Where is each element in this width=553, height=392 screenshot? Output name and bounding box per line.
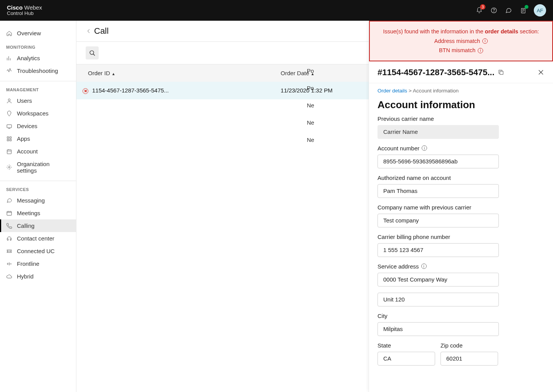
close-icon[interactable] [537, 69, 545, 76]
topbar-actions: 3 AF [475, 4, 546, 16]
state-select[interactable]: CA [377, 352, 435, 366]
info-icon[interactable]: i [478, 48, 483, 53]
svg-rect-11 [7, 211, 12, 215]
panel-heading: Account information [377, 99, 545, 111]
svg-point-10 [8, 166, 10, 168]
back-icon[interactable] [86, 28, 92, 34]
label-btn: Carrier billing phone number [377, 234, 545, 240]
cell-order-id: 1154-4567-1287-3565-5475... [92, 87, 169, 94]
brand-sub: Control Hub [7, 11, 42, 16]
sidebar-item-label: Organization settings [17, 161, 70, 174]
avatar[interactable]: AF [534, 4, 546, 16]
sidebar-item-label: Workspaces [17, 110, 48, 117]
sidebar-item-messaging[interactable]: Messaging [0, 194, 76, 207]
auth-name-field[interactable] [377, 184, 499, 198]
svg-rect-4 [7, 125, 12, 128]
sidebar-item-label: Hybrid [17, 273, 33, 280]
error-alert: Issue(s) found with the information in t… [369, 21, 553, 61]
sidebar-item-analytics[interactable]: Analytics [0, 52, 76, 64]
label-state: State [377, 342, 435, 349]
sidebar-item-overview[interactable]: Overview [0, 27, 76, 40]
sidebar-item-meetings[interactable]: Meetings [0, 207, 76, 219]
svc-addr-field[interactable] [377, 273, 499, 287]
svg-rect-13 [500, 71, 503, 75]
help-icon[interactable] [490, 7, 498, 14]
sidebar-item-hybrid[interactable]: Hybrid [0, 270, 76, 283]
sidebar-head-services: SERVICES [0, 182, 76, 194]
brand-name: Cisco [7, 4, 23, 11]
task-badge [525, 5, 528, 9]
sidebar-item-account[interactable]: Account [0, 145, 76, 158]
svc-addr2-field[interactable] [377, 293, 499, 306]
sidebar-item-label: Users [17, 97, 32, 104]
label-prev-carrier: Previous carrier name [377, 115, 545, 122]
crumb-order-details[interactable]: Order details [377, 88, 407, 94]
sidebar-item-label: Apps [17, 135, 30, 142]
company-field[interactable] [377, 214, 499, 227]
sidebar-item-label: Contact center [17, 235, 55, 242]
account-no-field[interactable] [377, 155, 499, 168]
city-field[interactable] [377, 322, 499, 336]
sidebar-item-contact-center[interactable]: Contact center [0, 232, 76, 245]
brand-product: Webex [24, 4, 42, 11]
svg-rect-7 [7, 139, 9, 141]
tasks-icon[interactable] [519, 7, 527, 14]
bell-icon[interactable]: 3 [475, 7, 483, 14]
page-title: Call [94, 26, 109, 36]
topbar: Cisco Webex Control Hub 3 AF [0, 0, 553, 21]
details-panel: Issue(s) found with the information in t… [369, 21, 553, 392]
sidebar-item-devices[interactable]: Devices [0, 120, 76, 132]
sidebar-item-apps[interactable]: Apps [0, 132, 76, 145]
sidebar-item-connected-uc[interactable]: Connected UC [0, 245, 76, 257]
brand: Cisco Webex Control Hub [7, 4, 42, 16]
sidebar-item-label: Messaging [17, 197, 45, 204]
label-auth-name: Authorized name on account [377, 175, 545, 181]
label-account-no: Account number [377, 145, 419, 152]
chat-icon[interactable] [505, 7, 512, 14]
btn-field[interactable] [377, 243, 499, 257]
sidebar-item-label: Analytics [17, 55, 40, 61]
panel-order-id: #1154-4567-1287-3565-5475... [377, 68, 495, 77]
prev-carrier-field: Carrier Name [377, 125, 499, 139]
copy-icon[interactable] [498, 69, 504, 76]
sidebar-item-label: Overview [17, 30, 41, 36]
sidebar-item-org-settings[interactable]: Organization settings [0, 158, 76, 177]
svg-rect-9 [7, 150, 12, 154]
zip-field[interactable] [440, 352, 498, 366]
sidebar-item-label: Devices [17, 123, 37, 129]
sidebar-item-label: Meetings [17, 210, 40, 216]
sidebar-item-troubleshooting[interactable]: Troubleshooting [0, 64, 76, 77]
svg-rect-5 [7, 137, 9, 138]
sidebar-item-users[interactable]: Users [0, 94, 76, 107]
svg-point-3 [8, 99, 10, 100]
info-icon[interactable]: i [421, 264, 427, 269]
sidebar-head-monitoring: MONITORING [0, 40, 76, 52]
svg-point-12 [90, 51, 94, 54]
label-svc-addr: Service address [377, 263, 419, 270]
sidebar-item-label: Connected UC [17, 248, 55, 254]
sidebar-item-label: Calling [17, 222, 35, 229]
crumb-current: Account information [413, 88, 459, 94]
svg-rect-8 [10, 139, 11, 141]
ghost-rows: PoPoNeNeNe [307, 62, 314, 148]
info-icon[interactable]: i [422, 145, 427, 151]
search-button[interactable] [86, 46, 99, 59]
sidebar-item-label: Frontline [17, 260, 39, 267]
col-order-id[interactable]: Order ID▲ [76, 64, 275, 82]
sidebar-item-label: Troubleshooting [17, 68, 58, 74]
sidebar-head-management: MANAGEMENT [0, 82, 76, 94]
sidebar: Overview MONITORING Analytics Troublesho… [0, 21, 76, 392]
label-city: City [377, 313, 545, 319]
info-icon[interactable]: i [482, 38, 488, 44]
breadcrumb: Order details > Account information [377, 88, 545, 94]
sidebar-item-workspaces[interactable]: Workspaces [0, 107, 76, 120]
notif-badge: 3 [480, 4, 485, 10]
sidebar-item-calling[interactable]: Calling [0, 219, 76, 232]
svg-rect-6 [10, 137, 11, 138]
error-icon [83, 88, 88, 94]
svg-point-1 [494, 12, 494, 12]
sidebar-item-frontline[interactable]: Frontline [0, 257, 76, 270]
label-zip: Zip code [440, 342, 498, 349]
label-company: Company name with previous carrier [377, 204, 545, 211]
sidebar-item-label: Account [17, 148, 38, 155]
